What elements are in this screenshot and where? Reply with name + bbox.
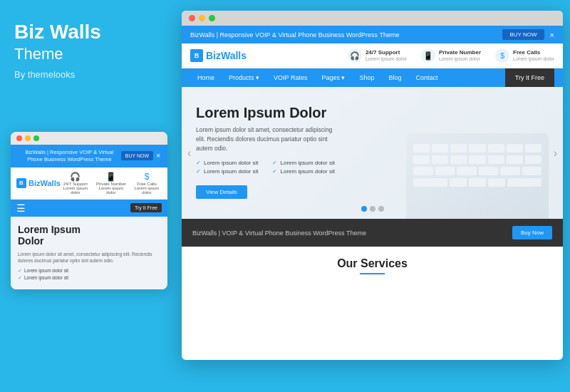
hero-arrow-left-icon[interactable]: ‹ xyxy=(187,147,191,160)
mobile-logo: B BizWalls xyxy=(16,178,61,188)
desktop-free-text: Free Calls Lorem ipsum dolor xyxy=(513,49,554,62)
mobile-support-sub: Lorem ipsum dolor xyxy=(63,186,88,195)
desktop-hero-text: Lorem ipsum dolor sit amet, consectetur … xyxy=(196,125,338,153)
desktop-dot-yellow xyxy=(199,15,205,21)
hero-dot-3[interactable] xyxy=(378,206,384,212)
nav-voip[interactable]: VOIP Rates xyxy=(266,68,314,87)
desktop-footer-text: BizWalls | VOIP & Virtual Phone Business… xyxy=(192,229,366,237)
mobile-checklist-item1: Lorem ipsum dolor sit xyxy=(18,268,160,274)
desktop-support-text: 24/7 Support Lorem ipsum dolor xyxy=(366,49,407,62)
desktop-nav: Home Products ▾ VOIP Rates Pages ▾ Shop … xyxy=(182,68,563,87)
nav-products[interactable]: Products ▾ xyxy=(222,68,266,87)
dot-red xyxy=(16,135,22,141)
mobile-try-button[interactable]: Try It Free xyxy=(130,203,162,212)
hero-arrow-right-icon[interactable]: › xyxy=(554,147,557,160)
desktop-hero-cols: Lorem ipsum dolor sit Lorem ipsum dolor … xyxy=(196,160,549,177)
hero-col2-item2: Lorem ipsum dolor sit xyxy=(272,168,334,175)
desktop-support-247: 🎧 24/7 Support Lorem ipsum dolor xyxy=(348,48,407,63)
services-underline xyxy=(360,273,385,274)
desktop-buy-button[interactable]: BUY NOW xyxy=(502,29,544,40)
desktop-browser-bar xyxy=(182,11,563,26)
desktop-dollar-icon: $ xyxy=(495,48,509,63)
mobile-free-calls: $ Free Calls Lorem ipsum dolor xyxy=(132,172,162,195)
desktop-hero-col2: Lorem ipsum dolor sit Lorem ipsum dolor … xyxy=(272,160,334,177)
dot-green xyxy=(33,135,39,141)
nav-home[interactable]: Home xyxy=(190,68,222,87)
dot-yellow xyxy=(25,135,31,141)
mobile-support-icons: 🎧 24/7 Support Lorem ipsum dolor 📱 Priva… xyxy=(61,172,162,195)
desktop-services: Our Services xyxy=(182,247,563,285)
hero-col1-item2: Lorem ipsum dolor sit xyxy=(196,168,258,175)
desktop-phone-icon: 📱 xyxy=(421,48,435,63)
desktop-close-icon[interactable]: × xyxy=(550,31,554,39)
brand-subtitle: Theme xyxy=(14,45,162,63)
left-panel: Biz Walls Theme By themelooks BizWalls |… xyxy=(0,0,177,392)
desktop-hero: Lorem Ipsum Dolor Lorem ipsum dolor sit … xyxy=(182,87,563,219)
mobile-logo-text: BizWalls xyxy=(28,179,61,187)
desktop-footer-bar: BizWalls | VOIP & Virtual Phone Business… xyxy=(182,219,563,247)
dollar-icon: $ xyxy=(132,172,162,182)
desktop-logo: B BizWalls xyxy=(190,49,247,62)
desktop-headset-icon: 🎧 xyxy=(348,48,362,63)
mobile-logo-icon: B xyxy=(16,178,26,188)
desktop-hero-content: Lorem Ipsum Dolor Lorem ipsum dolor sit … xyxy=(196,105,549,199)
desktop-hero-title: Lorem Ipsum Dolor xyxy=(196,105,549,121)
mobile-private-sub: Lorem ipsum dolor xyxy=(99,186,124,195)
desktop-private-number: 📱 Private Number Lorem ipsum dolor xyxy=(421,48,481,63)
services-title: Our Services xyxy=(192,257,552,270)
hamburger-icon[interactable]: ☰ xyxy=(16,202,26,214)
brand-title: Biz Walls xyxy=(14,21,162,43)
headset-icon: 🎧 xyxy=(61,172,90,182)
mobile-buy-button[interactable]: BUY NOW xyxy=(121,151,153,160)
desktop-try-button[interactable]: Try It Free xyxy=(505,68,554,87)
mobile-nav: ☰ Try It Free xyxy=(11,200,167,217)
phone-icon: 📱 xyxy=(96,172,126,182)
hero-col2-item1: Lorem ipsum dolor sit xyxy=(272,160,334,166)
hero-dots xyxy=(361,206,384,212)
nav-pages[interactable]: Pages ▾ xyxy=(314,68,352,87)
mobile-close-button[interactable]: × xyxy=(156,152,160,160)
mobile-free-sub: Lorem ipsum dolor xyxy=(135,186,160,195)
nav-blog[interactable]: Blog xyxy=(381,68,408,87)
mobile-hero-title: Lorem Ipsum Dolor xyxy=(18,224,160,248)
desktop-footer-buy-button[interactable]: Buy Now xyxy=(512,226,552,239)
desktop-dot-green xyxy=(209,15,215,21)
mobile-browser-bar xyxy=(11,132,167,145)
desktop-dot-red xyxy=(189,15,195,21)
desktop-header-icons: 🎧 24/7 Support Lorem ipsum dolor 📱 Priva… xyxy=(348,48,554,63)
desktop-notif-bar: BizWalls | Responsive VOIP & Virtual Pho… xyxy=(182,26,563,43)
hero-col1-item1: Lorem ipsum dolor sit xyxy=(196,160,258,166)
mobile-checklist-item2: Lorem ipsum dolor sit xyxy=(18,275,160,281)
hero-dot-2[interactable] xyxy=(370,206,375,212)
desktop-private-text: Private Number Lorem ipsum dolor xyxy=(439,49,481,62)
mobile-header: B BizWalls 🎧 24/7 Support Lorem ipsum do… xyxy=(11,167,167,200)
desktop-logo-text: BizWalls xyxy=(206,50,247,61)
mobile-checklist: Lorem ipsum dolor sit Lorem ipsum dolor … xyxy=(18,268,160,281)
mobile-hero-text: Lorem ipsum dolor sit amet, consectetur … xyxy=(18,251,160,264)
mobile-support-247: 🎧 24/7 Support Lorem ipsum dolor xyxy=(61,172,90,195)
desktop-view-button[interactable]: View Details xyxy=(196,185,247,199)
desktop-notif-text: BizWalls | Responsive VOIP & Virtual Pho… xyxy=(190,31,399,38)
nav-shop[interactable]: Shop xyxy=(352,68,381,87)
hero-dot-1[interactable] xyxy=(361,206,367,212)
nav-contact[interactable]: Contact xyxy=(408,68,445,87)
brand-author: By themelooks xyxy=(14,69,162,80)
desktop-hero-col1: Lorem ipsum dolor sit Lorem ipsum dolor … xyxy=(196,160,258,177)
desktop-free-calls: $ Free Calls Lorem ipsum dolor xyxy=(495,48,554,63)
desktop-mockup: BizWalls | Responsive VOIP & Virtual Pho… xyxy=(182,11,563,360)
mobile-mockup: BizWalls | Responsive VOIP & Virtual Pho… xyxy=(11,132,167,289)
mobile-notif-bar: BizWalls | Responsive VOIP & Virtual Pho… xyxy=(11,145,167,167)
mobile-private: 📱 Private Number Lorem ipsum dolor xyxy=(96,172,126,195)
desktop-logo-box: B xyxy=(190,49,203,62)
desktop-header: B BizWalls 🎧 24/7 Support Lorem ipsum do… xyxy=(182,43,563,68)
mobile-hero: Lorem Ipsum Dolor Lorem ipsum dolor sit … xyxy=(11,217,167,290)
mobile-notif-text: BizWalls | Responsive VOIP & Virtual Pho… xyxy=(18,149,121,163)
